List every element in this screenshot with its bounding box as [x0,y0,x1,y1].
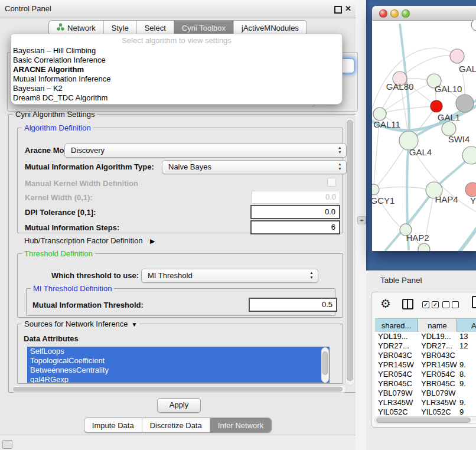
tab-impute-data[interactable]: Impute Data [84,418,142,432]
network-edge [380,106,432,114]
network-node[interactable] [450,49,464,63]
node-label: HAP4 [435,194,458,204]
node-label: GAL10 [435,84,462,94]
mi-threshold-field[interactable]: 0.5 [249,298,337,312]
table-cell: YLR345W [375,398,418,407]
network-node[interactable] [456,94,474,112]
table-row[interactable]: YBR043CYBR043C [375,351,476,360]
tab-select[interactable]: Select [136,21,174,35]
manual-kernel-width-checkbox[interactable] [327,178,336,187]
network-window-titlebar[interactable] [372,6,476,21]
sources-title[interactable]: Sources for Network Inference▼ [22,319,139,328]
attribute-list-item[interactable]: BetweennessCentrality [27,366,330,375]
table-cell: YPR145W [418,360,457,370]
table-cell: YBR043C [375,351,418,360]
data-attributes-list[interactable]: SelfLoopsTopologicalCoefficientBetweenne… [27,347,330,383]
column-header[interactable]: shared... [375,319,418,332]
table-cell: YDL19... [418,332,457,341]
scrollbar-thumb[interactable] [347,120,353,381]
scrollbar-thumb[interactable] [13,387,343,392]
dpi-tolerance-field[interactable]: 0.0 [250,205,340,219]
float-panel-icon[interactable] [334,6,342,14]
table-row[interactable]: YBL079WYBL079W [375,389,476,398]
gear-icon[interactable]: ⚙ [380,296,391,311]
table-row[interactable]: YPR145WYPR145W9. [375,360,476,370]
network-canvas[interactable]: GALGAL80GAL10GAL1GAL11GAL4SWI4GCY1HAP4YH… [372,20,476,251]
mi-steps-label: Mutual Information Steps: [25,223,119,232]
table-cell [457,389,476,398]
table-row[interactable]: YLR345WYLR345W9. [375,398,476,407]
network-node[interactable] [471,20,476,31]
column-header[interactable]: A [457,319,476,332]
list-vertical-scrollbar[interactable] [321,347,329,383]
mi-steps-field[interactable]: 6 [250,220,340,234]
table-cell: YER054C [375,370,418,379]
select-all-checkboxes-icon[interactable]: ✓✓ [422,301,439,308]
network-node[interactable] [465,182,476,197]
tab-style[interactable]: Style [103,21,136,35]
network-node[interactable] [373,107,386,120]
algorithm-option[interactable]: Bayesian – Hill Climbing [11,46,342,56]
mi-threshold-label: Mutual Information Threshold: [32,301,144,309]
table-cell: 9. [457,379,476,389]
algorithm-option[interactable]: ARACNE Algorithm [11,65,342,74]
splitter-handle-icon[interactable]: ◂▸ [357,216,366,224]
aracne-mode-select[interactable]: Discovery ▲▼ [64,144,347,158]
apply-button[interactable]: Apply [157,398,201,413]
hub-transcription-factor-expander[interactable]: Hub/Transcription Factor Definition ▶ [24,236,155,245]
table-cell: 13 [457,332,476,341]
algorithm-option[interactable]: Bayesian – K2 [11,84,342,93]
settings-horizontal-scrollbar[interactable] [11,386,347,393]
attribute-list-item[interactable]: SelfLoops [27,347,330,356]
collapsed-panel-button[interactable] [2,440,12,449]
table-cell: YDL19... [375,332,418,341]
kernel-width-field[interactable]: 0.0 [252,191,340,204]
close-window-button[interactable] [379,9,387,18]
scrollbar-thumb[interactable] [322,351,328,375]
scrollbar-thumb[interactable] [376,418,471,423]
table-cell [457,351,476,360]
split-columns-icon[interactable] [402,299,413,309]
minimize-window-button[interactable] [390,9,399,18]
table-horizontal-scrollbar[interactable] [374,416,476,424]
node-table-card: ⚙ ✓✓ shared... name A YDL19...YDL19...13… [371,292,476,428]
table-row[interactable]: YDL19...YDL19...13 [375,332,476,341]
zoom-window-button[interactable] [402,9,410,18]
column-header[interactable]: name [418,319,457,332]
network-edge-highlighted [443,221,476,251]
table-row[interactable]: YBR045CYBR045C9. [375,379,476,389]
table-cell: 9. [457,398,476,407]
document-icon[interactable] [472,296,476,308]
tab-cyni-toolbox[interactable]: Cyni Toolbox [174,21,233,35]
network-node[interactable] [372,184,379,195]
tab-jactivemnodules[interactable]: jActiveMNodules [233,21,307,35]
mi-algorithm-type-select[interactable]: Naive Bayes ▲▼ [162,160,347,174]
algorithm-option[interactable]: Basic Correlation Inference [11,56,342,65]
chevron-updown-icon: ▲▼ [337,162,343,171]
which-threshold-select[interactable]: MI Threshold ▲▼ [141,269,318,283]
network-view-window[interactable]: GALGAL80GAL10GAL1GAL11GAL4SWI4GCY1HAP4YH… [372,6,476,251]
manual-kernel-width-label: Manual Kernel Width Definition [25,179,138,188]
bottom-tab-group: Impute Data Discretize Data Infer Networ… [84,418,272,433]
settings-vertical-scrollbar[interactable] [345,118,354,386]
network-node[interactable] [431,100,442,112]
dpi-tolerance-label: DPI Tolerance [0,1]: [25,208,96,217]
tab-discretize-data[interactable]: Discretize Data [142,418,210,432]
attribute-list-item[interactable]: TopologicalCoefficient [27,356,330,366]
table-row[interactable]: YIL052CYIL052C9 [375,407,476,416]
algorithm-option[interactable]: Dream8 DC_TDC Algorithm [11,93,342,103]
table-row[interactable]: YER054CYER054C8. [375,370,476,379]
algorithm-option[interactable]: Mutual Information Inference [11,74,342,84]
bottom-tabstrip: Impute Data Discretize Data Infer Networ… [0,418,356,433]
node-label: SWI4 [448,134,470,144]
table-body: YDL19...YDL19...13YDR27...YDR27...12YBR0… [375,332,476,416]
deselect-all-checkboxes-icon[interactable] [442,301,459,308]
attribute-list-item[interactable]: gal4RGexp [27,375,330,383]
tab-infer-network[interactable]: Infer Network [210,418,271,432]
close-icon[interactable]: ✕ [345,4,351,13]
table-row[interactable]: YDR27...YDR27...12 [375,341,476,351]
tab-network[interactable]: Network [49,21,103,35]
table-cell: 9 [457,407,476,416]
table-cell: YBR043C [418,351,457,360]
table-cell: 9. [457,360,476,370]
